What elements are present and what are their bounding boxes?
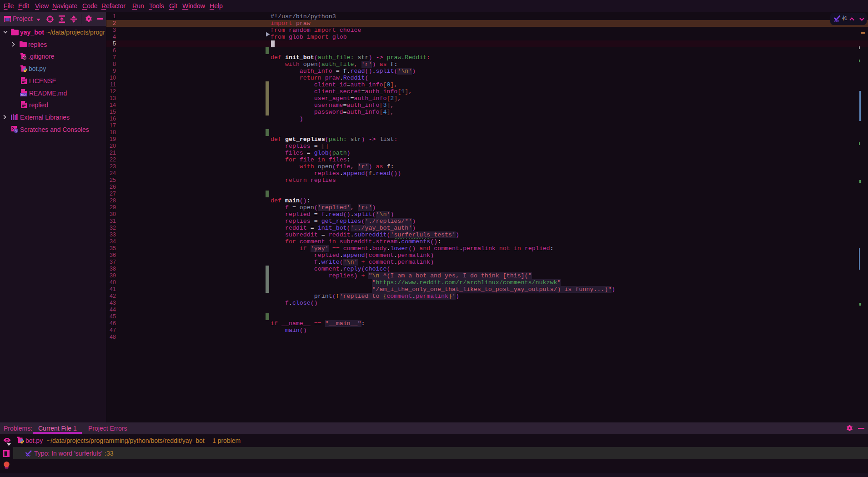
svg-text:MD: MD [21, 93, 25, 96]
